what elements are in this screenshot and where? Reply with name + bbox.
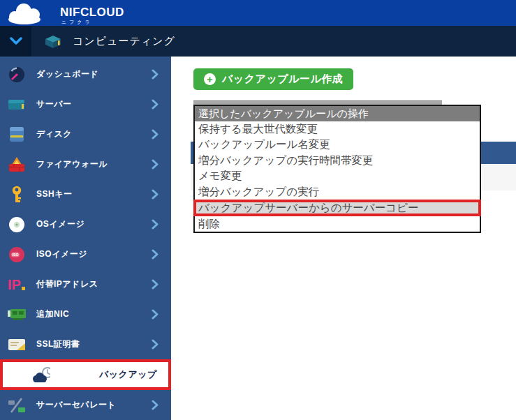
server-separate-icon — [7, 396, 27, 415]
menu-item[interactable]: 増分バックアップの実行時間帯変更 — [195, 153, 480, 168]
create-backup-rule-label: バックアップルール作成 — [222, 73, 343, 86]
sidebar-item-label: ダッシュボード — [36, 68, 152, 80]
nifcloud-logo[interactable]: NIFCLOUD ニフクラ — [6, 1, 110, 25]
sidebar-item-os-image[interactable]: OSイメージ — [0, 209, 171, 239]
chevron-right-icon — [152, 309, 159, 320]
brand-name: NIFCLOUD — [60, 6, 124, 20]
sidebar-item-label: 付替IPアドレス — [36, 278, 152, 290]
sidebar-item-ssh-key[interactable]: SSHキー — [0, 179, 171, 209]
sidebar-item-server-separate[interactable]: サーバーセパレート — [0, 390, 171, 420]
sidebar-item-firewall[interactable]: ファイアウォール — [0, 149, 171, 179]
sidebar-item-ip-address[interactable]: IP付替IPアドレス — [0, 269, 171, 299]
create-backup-rule-button[interactable]: + バックアップルール作成 — [193, 68, 353, 90]
chevron-down-icon — [9, 37, 23, 45]
chevron-right-icon — [152, 279, 159, 290]
ssl-icon — [7, 335, 27, 354]
chevron-right-icon — [152, 249, 159, 260]
ssh-key-icon — [7, 185, 27, 204]
backup-rule-action-menu: 選択したバックアップルールの操作 保持する最大世代数変更バックアップルール名変更… — [193, 105, 481, 233]
sidebar-item-label: SSHキー — [36, 188, 152, 200]
plus-icon: + — [204, 73, 216, 85]
computing-icon — [43, 33, 63, 52]
sidebar-item-label: ファイアウォール — [36, 158, 152, 170]
sidebar-item-server[interactable]: サーバー — [0, 89, 171, 119]
chevron-right-icon — [152, 159, 159, 170]
sidebar-item-disk[interactable]: ディスク — [0, 119, 171, 149]
sidebar-item-nic[interactable]: 追加NIC — [0, 299, 171, 329]
os-image-icon — [7, 215, 27, 234]
menu-item-list: 保持する最大世代数変更バックアップルール名変更増分バックアップの実行時間帯変更メ… — [195, 121, 480, 232]
chevron-right-icon — [152, 129, 159, 140]
dashboard-icon — [7, 65, 27, 84]
menu-header: 選択したバックアップルールの操作 — [195, 106, 480, 121]
menu-item[interactable]: 保持する最大世代数変更 — [195, 121, 480, 137]
top-header: NIFCLOUD ニフクラ — [0, 0, 516, 26]
sidebar-item-label: サーバー — [36, 98, 152, 110]
sidebar-item-label: 追加NIC — [36, 308, 152, 320]
chevron-right-icon — [152, 189, 159, 200]
page-title: コンピューティング — [73, 35, 175, 48]
sidebar-item-label: ISOイメージ — [36, 248, 152, 260]
svg-text:ISO: ISO — [13, 252, 19, 256]
menu-item[interactable]: 削除 — [195, 216, 480, 232]
iso-image-icon: ISO — [7, 245, 27, 264]
sidebar-item-label: ディスク — [36, 128, 152, 140]
menu-item[interactable]: 増分バックアップの実行 — [195, 184, 480, 200]
menu-item[interactable]: メモ変更 — [195, 168, 480, 183]
chevron-right-icon — [152, 400, 159, 410]
sidebar-item-label: SSL証明書 — [36, 338, 152, 350]
firewall-icon — [7, 155, 27, 174]
server-icon — [7, 95, 27, 114]
nic-icon — [7, 305, 27, 324]
chevron-right-icon — [152, 69, 159, 80]
chevron-right-icon — [152, 99, 159, 110]
sidebar: ダッシュボードサーバーディスクファイアウォールSSHキーOSイメージISOISO… — [0, 57, 171, 420]
svg-text:IP: IP — [8, 277, 21, 292]
sidebar-item-iso-image[interactable]: ISOISOイメージ — [0, 239, 171, 269]
menu-item[interactable]: バックアップルール名変更 — [195, 137, 480, 152]
sidebar-item-dashboard[interactable]: ダッシュボード — [0, 59, 171, 89]
sidebar-collapse-button[interactable] — [0, 26, 31, 57]
sidebar-item-label: バックアップ — [99, 368, 157, 381]
sidebar-item-label: OSイメージ — [36, 218, 152, 230]
backup-icon — [31, 365, 50, 384]
menu-item-highlighted[interactable]: バックアップサーバーからのサーバーコピー — [193, 200, 481, 216]
ip-address-icon: IP — [7, 275, 27, 294]
sidebar-item-backup[interactable]: バックアップ — [0, 359, 171, 390]
cloud-logo-icon — [6, 2, 47, 25]
disk-icon — [7, 125, 27, 144]
chevron-right-icon — [152, 219, 159, 230]
sub-header: コンピューティング — [0, 26, 516, 57]
sidebar-item-ssl[interactable]: SSL証明書 — [0, 329, 171, 359]
sidebar-item-label: サーバーセパレート — [36, 399, 152, 411]
brand-tagline: ニフクラ — [61, 19, 93, 26]
chevron-right-icon — [152, 339, 159, 350]
